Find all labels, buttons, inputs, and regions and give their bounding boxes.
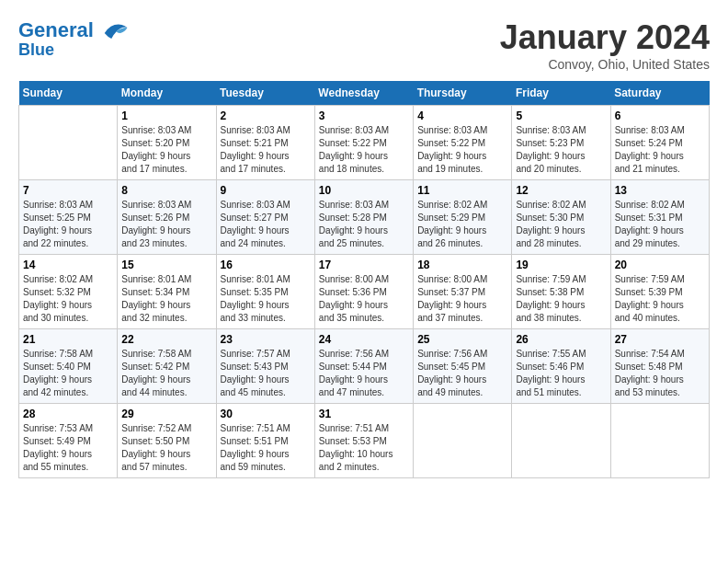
header-day-monday: Monday	[118, 81, 216, 106]
day-number: 28	[23, 408, 113, 420]
calendar-cell: 29Sunrise: 7:52 AMSunset: 5:50 PMDayligh…	[118, 404, 216, 478]
day-number: 13	[615, 184, 705, 197]
calendar-cell	[19, 106, 118, 180]
calendar-cell: 27Sunrise: 7:54 AMSunset: 5:48 PMDayligh…	[610, 329, 709, 404]
day-number: 18	[417, 259, 507, 271]
day-number: 12	[516, 184, 606, 197]
calendar-cell: 14Sunrise: 8:02 AMSunset: 5:32 PMDayligh…	[19, 255, 118, 329]
week-row-1: 1Sunrise: 8:03 AMSunset: 5:20 PMDaylight…	[19, 106, 710, 180]
day-number: 5	[516, 109, 606, 122]
day-number: 25	[417, 333, 507, 346]
calendar-cell: 25Sunrise: 7:56 AMSunset: 5:45 PMDayligh…	[414, 329, 512, 404]
day-info: Sunrise: 8:00 AMSunset: 5:36 PMDaylight:…	[319, 273, 409, 325]
calendar-cell: 13Sunrise: 8:02 AMSunset: 5:31 PMDayligh…	[610, 180, 709, 255]
day-number: 3	[319, 109, 409, 122]
logo: General Blue	[18, 18, 129, 60]
calendar-cell: 6Sunrise: 8:03 AMSunset: 5:24 PMDaylight…	[610, 106, 709, 180]
calendar-cell: 31Sunrise: 7:51 AMSunset: 5:53 PMDayligh…	[314, 404, 413, 478]
calendar-cell: 18Sunrise: 8:00 AMSunset: 5:37 PMDayligh…	[414, 255, 512, 329]
day-info: Sunrise: 8:01 AMSunset: 5:34 PMDaylight:…	[121, 273, 211, 325]
day-info: Sunrise: 8:02 AMSunset: 5:32 PMDaylight:…	[23, 273, 113, 325]
day-number: 22	[121, 333, 211, 346]
title-area: January 2024 Convoy, Ohio, United States	[500, 18, 710, 72]
day-info: Sunrise: 7:51 AMSunset: 5:53 PMDaylight:…	[319, 422, 409, 474]
week-row-5: 28Sunrise: 7:53 AMSunset: 5:49 PMDayligh…	[19, 404, 710, 478]
calendar-cell: 22Sunrise: 7:58 AMSunset: 5:42 PMDayligh…	[118, 329, 216, 404]
month-title: January 2024	[500, 18, 710, 57]
calendar-cell: 17Sunrise: 8:00 AMSunset: 5:36 PMDayligh…	[314, 255, 413, 329]
calendar-cell: 16Sunrise: 8:01 AMSunset: 5:35 PMDayligh…	[216, 255, 314, 329]
day-info: Sunrise: 8:03 AMSunset: 5:24 PMDaylight:…	[615, 124, 705, 176]
day-info: Sunrise: 8:03 AMSunset: 5:25 PMDaylight:…	[23, 199, 113, 250]
day-info: Sunrise: 8:02 AMSunset: 5:31 PMDaylight:…	[615, 199, 705, 250]
day-number: 10	[319, 184, 409, 197]
day-number: 16	[221, 259, 311, 271]
calendar-cell: 3Sunrise: 8:03 AMSunset: 5:22 PMDaylight…	[314, 106, 413, 180]
calendar-cell	[512, 404, 610, 478]
calendar-cell: 7Sunrise: 8:03 AMSunset: 5:25 PMDaylight…	[19, 180, 118, 255]
day-number: 8	[121, 184, 211, 197]
day-info: Sunrise: 8:03 AMSunset: 5:26 PMDaylight:…	[121, 199, 211, 250]
day-number: 24	[319, 333, 409, 346]
day-info: Sunrise: 8:03 AMSunset: 5:28 PMDaylight:…	[319, 199, 409, 250]
calendar-cell: 1Sunrise: 8:03 AMSunset: 5:20 PMDaylight…	[118, 106, 216, 180]
day-number: 19	[516, 259, 606, 271]
day-info: Sunrise: 7:59 AMSunset: 5:39 PMDaylight:…	[615, 273, 705, 325]
header-row: SundayMondayTuesdayWednesdayThursdayFrid…	[19, 81, 710, 106]
header-day-sunday: Sunday	[19, 81, 118, 106]
header-day-friday: Friday	[512, 81, 610, 106]
day-info: Sunrise: 8:01 AMSunset: 5:35 PMDaylight:…	[221, 273, 311, 325]
calendar-table: SundayMondayTuesdayWednesdayThursdayFrid…	[18, 81, 710, 478]
calendar-cell: 20Sunrise: 7:59 AMSunset: 5:39 PMDayligh…	[610, 255, 709, 329]
page-header: General Blue January 2024 Convoy, Ohio, …	[18, 18, 710, 72]
day-info: Sunrise: 8:03 AMSunset: 5:22 PMDaylight:…	[319, 124, 409, 176]
day-info: Sunrise: 8:03 AMSunset: 5:21 PMDaylight:…	[221, 124, 311, 176]
day-info: Sunrise: 7:52 AMSunset: 5:50 PMDaylight:…	[121, 422, 211, 474]
calendar-cell: 9Sunrise: 8:03 AMSunset: 5:27 PMDaylight…	[216, 180, 314, 255]
day-number: 30	[221, 408, 311, 420]
calendar-cell: 12Sunrise: 8:02 AMSunset: 5:30 PMDayligh…	[512, 180, 610, 255]
day-info: Sunrise: 8:03 AMSunset: 5:22 PMDaylight:…	[417, 124, 507, 176]
location: Convoy, Ohio, United States	[500, 57, 710, 72]
calendar-cell	[610, 404, 709, 478]
day-info: Sunrise: 7:55 AMSunset: 5:46 PMDaylight:…	[516, 348, 606, 399]
calendar-cell: 19Sunrise: 7:59 AMSunset: 5:38 PMDayligh…	[512, 255, 610, 329]
day-number: 27	[615, 333, 705, 346]
day-number: 14	[23, 259, 113, 271]
calendar-cell: 4Sunrise: 8:03 AMSunset: 5:22 PMDaylight…	[414, 106, 512, 180]
day-info: Sunrise: 7:56 AMSunset: 5:45 PMDaylight:…	[417, 348, 507, 399]
header-day-tuesday: Tuesday	[216, 81, 314, 106]
day-info: Sunrise: 7:58 AMSunset: 5:40 PMDaylight:…	[23, 348, 113, 399]
day-number: 6	[615, 109, 705, 122]
day-number: 11	[417, 184, 507, 197]
week-row-2: 7Sunrise: 8:03 AMSunset: 5:25 PMDaylight…	[19, 180, 710, 255]
day-info: Sunrise: 8:03 AMSunset: 5:20 PMDaylight:…	[121, 124, 211, 176]
calendar-cell: 5Sunrise: 8:03 AMSunset: 5:23 PMDaylight…	[512, 106, 610, 180]
day-info: Sunrise: 7:58 AMSunset: 5:42 PMDaylight:…	[121, 348, 211, 399]
calendar-cell: 11Sunrise: 8:02 AMSunset: 5:29 PMDayligh…	[414, 180, 512, 255]
day-number: 7	[23, 184, 113, 197]
calendar-cell: 8Sunrise: 8:03 AMSunset: 5:26 PMDaylight…	[118, 180, 216, 255]
day-number: 29	[121, 408, 211, 420]
day-info: Sunrise: 8:03 AMSunset: 5:23 PMDaylight:…	[516, 124, 606, 176]
day-number: 31	[319, 408, 409, 420]
calendar-cell: 2Sunrise: 8:03 AMSunset: 5:21 PMDaylight…	[216, 106, 314, 180]
calendar-cell: 15Sunrise: 8:01 AMSunset: 5:34 PMDayligh…	[118, 255, 216, 329]
calendar-cell	[414, 404, 512, 478]
day-number: 4	[417, 109, 507, 122]
day-info: Sunrise: 7:54 AMSunset: 5:48 PMDaylight:…	[615, 348, 705, 399]
day-number: 26	[516, 333, 606, 346]
day-number: 1	[121, 109, 211, 122]
week-row-4: 21Sunrise: 7:58 AMSunset: 5:40 PMDayligh…	[19, 329, 710, 404]
header-day-saturday: Saturday	[610, 81, 709, 106]
calendar-cell: 23Sunrise: 7:57 AMSunset: 5:43 PMDayligh…	[216, 329, 314, 404]
day-info: Sunrise: 7:57 AMSunset: 5:43 PMDaylight:…	[221, 348, 311, 399]
calendar-cell: 21Sunrise: 7:58 AMSunset: 5:40 PMDayligh…	[19, 329, 118, 404]
calendar-cell: 24Sunrise: 7:56 AMSunset: 5:44 PMDayligh…	[314, 329, 413, 404]
day-info: Sunrise: 8:02 AMSunset: 5:30 PMDaylight:…	[516, 199, 606, 250]
day-info: Sunrise: 8:03 AMSunset: 5:27 PMDaylight:…	[221, 199, 311, 250]
day-number: 2	[221, 109, 311, 122]
day-number: 23	[221, 333, 311, 346]
calendar-cell: 28Sunrise: 7:53 AMSunset: 5:49 PMDayligh…	[19, 404, 118, 478]
day-info: Sunrise: 8:00 AMSunset: 5:37 PMDaylight:…	[417, 273, 507, 325]
